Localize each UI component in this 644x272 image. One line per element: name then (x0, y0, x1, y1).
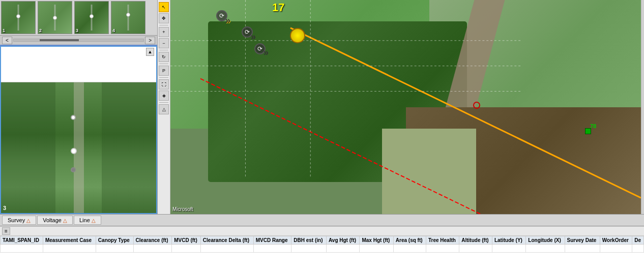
thumbnail-1[interactable]: 1 (1, 1, 36, 34)
tab-survey[interactable]: Survey △ (2, 216, 36, 225)
table-menu-btn[interactable]: ≡ (2, 227, 10, 235)
green-number-label: 78 (590, 123, 596, 129)
col-header-mvcd-range: MVCD Range (253, 236, 291, 245)
toolbar-separator-1 (159, 25, 168, 25)
table-body (1, 245, 644, 253)
main-image-view[interactable]: ▲ 3 (0, 46, 157, 214)
rotate-btn[interactable]: ↻ (159, 52, 169, 62)
app-container: 1 2 3 4 < (0, 0, 644, 272)
toolbar-separator-4 (159, 77, 168, 78)
pan-tool-btn[interactable]: ✥ (159, 13, 169, 23)
col-header-clearance-delta: Clearance Delta (ft) (200, 236, 253, 245)
zoom-in-btn[interactable]: + (159, 27, 169, 37)
minimize-button[interactable]: ▲ (146, 48, 154, 56)
map-toolbar: ↖ ✥ + − ↻ P ⛶ ◈ △ (158, 0, 170, 214)
tab-line-label: Line (79, 217, 90, 223)
map-attribution-label: Microsoft (172, 206, 193, 212)
toolbar-separator-3 (159, 64, 168, 64)
col-header-canopy-type: Canopy Type (96, 236, 133, 245)
nav-arrow-1: » (225, 15, 230, 26)
tab-voltage[interactable]: Voltage △ (37, 216, 73, 225)
col-header-dbh-est: DBH est (in) (291, 236, 327, 245)
nav-arrow-2: » (251, 32, 256, 42)
table-scroll-area[interactable]: TAMI_SPAN_ID Measurement Case Canopy Typ… (0, 236, 644, 272)
thumbnail-2[interactable]: 2 (38, 1, 72, 34)
map-content: 17 ⟳ » ⟳ » ⟳ » (170, 0, 641, 214)
layers-btn[interactable]: ◈ (159, 90, 169, 101)
thumbnail-3[interactable]: 3 (74, 1, 109, 34)
measure-btn[interactable]: △ (159, 104, 169, 114)
thumb-label-3: 3 (76, 28, 78, 33)
toolbar-separator-2 (159, 50, 168, 50)
col-header-mvcd-ft: MVCD (ft) (172, 236, 201, 245)
col-header-avg-hgt: Avg Hgt (ft) (326, 236, 359, 245)
table-row[interactable] (1, 245, 644, 253)
map-beacon (290, 28, 305, 43)
left-panel: 1 2 3 4 < (0, 0, 158, 214)
col-header-workorder: WorkOrder (600, 236, 632, 245)
col-header-clearance-ft: Clearance (ft) (133, 236, 172, 245)
col-header-area: Area (sq ft) (393, 236, 426, 245)
fullscreen-btn[interactable]: ⛶ (159, 79, 169, 89)
data-table: TAMI_SPAN_ID Measurement Case Canopy Typ… (0, 236, 644, 253)
point-btn[interactable]: P (159, 66, 169, 76)
thumbnail-strip: 1 2 3 4 (0, 0, 157, 36)
tab-voltage-warning: △ (63, 218, 67, 223)
thumb-label-1: 1 (3, 28, 5, 33)
toolbar-separator-5 (159, 102, 168, 103)
select-tool-btn[interactable]: ↖ (159, 2, 169, 12)
red-circle-marker (473, 102, 480, 109)
nav-arrow-3: » (264, 47, 269, 58)
panel-corner-label: 3 (3, 205, 6, 211)
zoom-out-btn[interactable]: − (159, 38, 169, 48)
col-header-latitude: Latitude (Y) (492, 236, 525, 245)
tab-line[interactable]: Line △ (74, 216, 101, 225)
col-header-max-hgt: Max Hgt (ft) (360, 236, 393, 245)
thumb-nav-right-btn[interactable]: > (145, 37, 155, 44)
map-number-label: 17 (272, 1, 284, 14)
top-section: 1 2 3 4 < (0, 0, 644, 214)
tab-voltage-label: Voltage (43, 217, 62, 223)
col-header-tami-span-id: TAMI_SPAN_ID (1, 236, 43, 245)
right-scrollbar[interactable] (641, 0, 644, 214)
tab-bar: Survey △ Voltage △ Line △ (0, 214, 644, 226)
col-header-de: De (632, 236, 644, 245)
table-toolbar: ≡ (0, 227, 644, 236)
tab-line-warning: △ (92, 218, 96, 223)
thumb-label-2: 2 (39, 28, 42, 33)
col-header-measurement-case: Measurement Case (43, 236, 96, 245)
thumb-label-4: 4 (112, 28, 115, 33)
col-header-tree-health: Tree Health (426, 236, 459, 245)
map-area[interactable]: ↖ ✥ + − ↻ P ⛶ ◈ △ (158, 0, 641, 214)
data-table-area: ≡ TAMI_SPAN_ID Measurement Case Canopy T… (0, 226, 644, 272)
thumbnail-4[interactable]: 4 (111, 1, 145, 34)
tab-survey-warning: △ (26, 218, 31, 223)
thumbnail-nav-bar: < > (0, 36, 157, 46)
thumb-nav-left-btn[interactable]: < (2, 37, 12, 44)
col-header-survey-date: Survey Date (565, 236, 600, 245)
tab-survey-label: Survey (8, 217, 25, 223)
col-header-longitude: Longitude (X) (526, 236, 565, 245)
col-header-altitude: Altitude (ft) (459, 236, 492, 245)
